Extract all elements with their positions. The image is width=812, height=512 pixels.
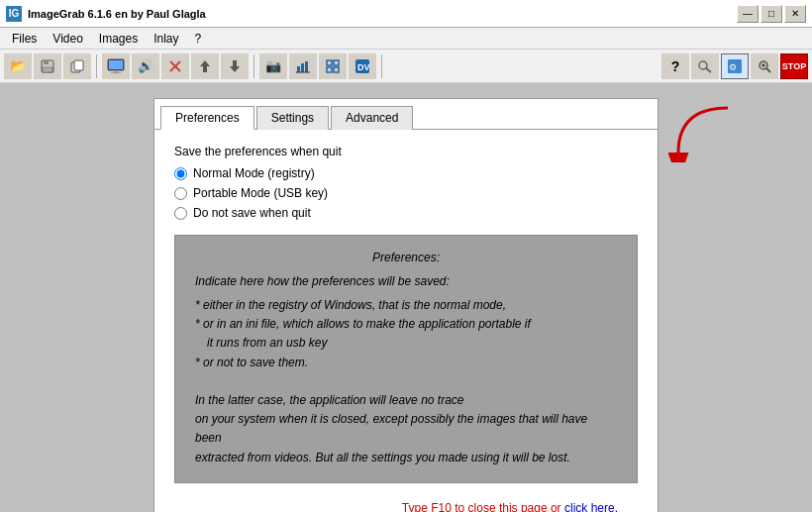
svg-rect-13 <box>297 66 300 72</box>
svg-rect-18 <box>334 60 339 65</box>
radio-normal-label: Normal Mode (registry) <box>193 166 315 180</box>
menu-bar: Files Video Images Inlay ? <box>0 28 812 50</box>
svg-rect-2 <box>43 67 52 72</box>
radio-nosave-input[interactable] <box>174 207 187 220</box>
title-bar: IG ImageGrab 6.1.6 en by Paul Glagla — □… <box>0 0 812 28</box>
sep2 <box>254 54 254 78</box>
red-arrow <box>659 103 738 165</box>
dialog-footer: Type F10 to close this page or click her… <box>174 493 638 512</box>
svg-rect-15 <box>305 61 308 72</box>
menu-images[interactable]: Images <box>91 30 146 48</box>
radio-normal-input[interactable] <box>174 167 187 180</box>
svg-rect-17 <box>327 60 332 65</box>
app-icon: IG <box>6 6 22 22</box>
camera-button[interactable]: 📷 <box>259 53 287 79</box>
grid-button[interactable] <box>319 53 347 79</box>
stop-button[interactable]: STOP <box>780 53 808 79</box>
menu-help[interactable]: ? <box>187 30 210 48</box>
close-button[interactable]: ✕ <box>784 5 806 23</box>
cross-button[interactable] <box>161 53 189 79</box>
svg-rect-14 <box>301 63 304 72</box>
radio-no-save: Do not save when quit <box>174 206 638 220</box>
svg-text:DV: DV <box>357 62 370 72</box>
radio-portable-mode: Portable Mode (USB key) <box>174 186 638 200</box>
title-bar-left: IG ImageGrab 6.1.6 en by Paul Glagla <box>6 6 206 22</box>
radio-normal-mode: Normal Mode (registry) <box>174 166 638 180</box>
svg-rect-1 <box>44 60 49 64</box>
monitor-button[interactable] <box>102 53 130 79</box>
svg-rect-8 <box>111 72 121 73</box>
save-section-title: Save the preferences when quit <box>174 145 638 158</box>
preferences-dialog: Preferences Settings Advanced Save the p… <box>153 98 659 512</box>
svg-rect-19 <box>327 67 332 72</box>
svg-rect-4 <box>74 60 83 70</box>
chart-button[interactable] <box>289 53 317 79</box>
preferences-button[interactable]: ⚙ <box>721 53 749 79</box>
sep1 <box>96 54 97 78</box>
svg-line-28 <box>766 68 770 72</box>
svg-point-23 <box>699 61 707 69</box>
info-subtitle: Indicate here how the preferences will b… <box>195 274 617 288</box>
info-body: * either in the registry of Windows, tha… <box>195 296 617 467</box>
copy-button[interactable] <box>63 53 91 79</box>
footer-text: Type F10 to close this page or <box>402 501 561 512</box>
tab-content: Save the preferences when quit Normal Mo… <box>154 129 658 512</box>
key-button[interactable] <box>691 53 719 79</box>
save-section: Save the preferences when quit Normal Mo… <box>174 145 638 220</box>
window-controls: — □ ✕ <box>737 5 806 23</box>
info-line-4: * or not to save them. <box>195 354 617 372</box>
svg-rect-6 <box>109 60 123 69</box>
sound-button[interactable]: 🔊 <box>132 53 159 79</box>
sep3 <box>381 54 382 78</box>
svg-rect-20 <box>334 67 339 72</box>
save-button[interactable] <box>34 53 61 79</box>
upload-button[interactable] <box>191 53 219 79</box>
main-area: Preferences Settings Advanced Save the p… <box>0 83 812 512</box>
menu-video[interactable]: Video <box>45 30 90 48</box>
radio-portable-label: Portable Mode (USB key) <box>193 186 328 200</box>
tab-advanced[interactable]: Advanced <box>331 106 413 130</box>
info-line-1: * either in the registry of Windows, tha… <box>195 296 617 315</box>
svg-marker-11 <box>200 60 210 72</box>
info-line-6: on your system when it is closed, except… <box>195 410 617 448</box>
radio-nosave-label: Do not save when quit <box>193 206 311 220</box>
footer-link[interactable]: click here. <box>564 501 618 512</box>
radio-portable-input[interactable] <box>174 187 187 200</box>
menu-inlay[interactable]: Inlay <box>146 30 186 48</box>
info-line-2: * or in an ini file, which allows to mak… <box>195 315 617 334</box>
tab-settings[interactable]: Settings <box>256 106 329 130</box>
minimize-button[interactable]: — <box>737 5 759 23</box>
info-line-5: In the latter case, the application will… <box>195 391 617 410</box>
download-button[interactable] <box>221 53 249 79</box>
maximize-button[interactable]: □ <box>761 5 782 23</box>
menu-files[interactable]: Files <box>4 30 45 48</box>
tab-preferences[interactable]: Preferences <box>160 106 254 130</box>
svg-marker-12 <box>230 60 240 72</box>
toolbar: 📂 🔊 📷 DV ? ⚙ STOP <box>0 50 812 83</box>
info-title: Preferences: <box>195 251 617 264</box>
export-button[interactable]: DV <box>349 53 376 79</box>
info-line-7: extracted from videos. But all the setti… <box>195 449 617 467</box>
tabs: Preferences Settings Advanced <box>154 99 658 129</box>
info-line-3: it runs from an usb key <box>195 334 617 353</box>
zoom-button[interactable] <box>751 53 778 79</box>
info-box: Preferences: Indicate here how the prefe… <box>174 235 638 483</box>
open-button[interactable]: 📂 <box>4 53 32 79</box>
help-button[interactable]: ? <box>661 53 689 79</box>
svg-text:⚙: ⚙ <box>729 62 737 72</box>
app-title: ImageGrab 6.1.6 en by Paul Glagla <box>28 8 206 20</box>
svg-line-24 <box>706 68 711 72</box>
